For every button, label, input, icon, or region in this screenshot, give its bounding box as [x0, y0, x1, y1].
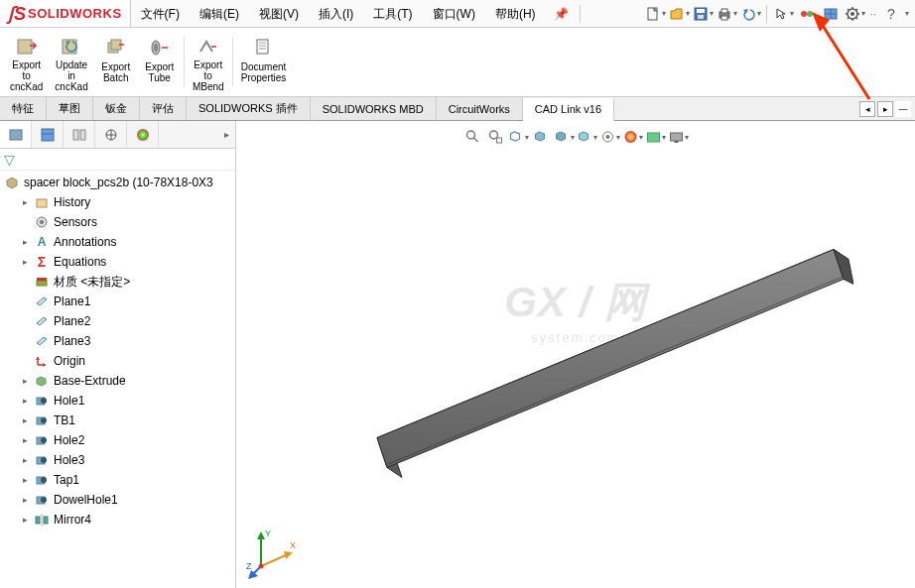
tab-sketch[interactable]: 草图	[47, 97, 93, 120]
expand-icon[interactable]: ▸	[20, 372, 30, 390]
expand-icon[interactable]: ▸	[20, 253, 30, 271]
document-properties-button[interactable]: DocumentProperties	[235, 34, 293, 90]
edit-appearance-icon[interactable]: ▾	[623, 127, 643, 147]
tab-evaluate[interactable]: 评估	[140, 97, 187, 120]
export-tube-button[interactable]: ExportTube	[138, 34, 182, 90]
svg-rect-5	[721, 9, 727, 13]
panel-tab-dimxpert[interactable]	[95, 121, 127, 148]
panel-tab-more[interactable]: ▸	[161, 121, 235, 148]
export-batch-button[interactable]: ExportBatch	[94, 34, 138, 90]
menu-edit[interactable]: 编辑(E)	[190, 0, 249, 28]
tree-item-plane1[interactable]: Plane1	[0, 292, 235, 311]
expand-icon[interactable]: ▸	[20, 193, 30, 211]
menu-view[interactable]: 视图(V)	[249, 0, 309, 28]
panel-tab-display[interactable]	[127, 121, 159, 148]
tree-item-hole1[interactable]: ▸Hole1	[0, 391, 235, 411]
menu-tools[interactable]: 工具(T)	[363, 0, 422, 28]
panel-tab-feature-tree[interactable]	[0, 121, 32, 148]
expand-icon[interactable]: ▸	[20, 233, 30, 251]
tree-item-mirror4[interactable]: ▸Mirror4	[0, 510, 235, 529]
tab-nav: ◂ ▸ —	[859, 101, 915, 117]
svg-rect-62	[675, 141, 679, 143]
tab-sw-mbd[interactable]: SOLIDWORKS MBD	[311, 97, 437, 120]
menu-file[interactable]: 文件(F)	[131, 0, 190, 28]
export-mbend-icon	[196, 36, 220, 58]
section-view-icon[interactable]	[532, 127, 552, 147]
help-button[interactable]: ?	[880, 3, 902, 25]
expand-icon[interactable]: ▸	[20, 392, 30, 410]
menu-insert[interactable]: 插入(I)	[309, 0, 363, 28]
tree-item-tap1[interactable]: ▸Tap1	[0, 470, 235, 490]
feature-manager-panel: ▸ ▽ spacer block_pcs2b (10-78X18-0X3 ▸Hi…	[0, 121, 236, 588]
apply-scene-icon[interactable]: ▾	[646, 127, 666, 147]
pin-icon[interactable]: 📌	[546, 7, 577, 21]
tree-item-plane2[interactable]: Plane2	[0, 311, 235, 331]
view-orientation-icon[interactable]: ▾	[555, 127, 575, 147]
expand-icon[interactable]: ▸	[20, 471, 30, 489]
tree-item-hole3[interactable]: ▸Hole3	[0, 450, 235, 470]
filter-icon[interactable]: ▽	[4, 152, 15, 168]
tab-prev-button[interactable]: ◂	[859, 101, 875, 117]
select-button[interactable]: ▾	[772, 3, 794, 25]
tree-item-hole2[interactable]: ▸Hole2	[0, 430, 235, 450]
panel-tab-property[interactable]	[32, 121, 64, 148]
tree-item-annotations[interactable]: ▸AAnnotations	[0, 232, 235, 252]
logo-text: SOLIDWORKS	[28, 6, 122, 21]
tab-features[interactable]: 特征	[0, 97, 47, 120]
undo-button[interactable]: ▾	[739, 3, 761, 25]
expand-icon[interactable]: ▸	[20, 491, 30, 509]
app-logo: ʃS SOLIDWORKS	[0, 0, 131, 27]
hole-icon	[34, 472, 50, 488]
tree-item-sensors[interactable]: Sensors	[0, 212, 235, 232]
plane-icon	[34, 333, 50, 349]
tree-item-plane3[interactable]: Plane3	[0, 331, 235, 351]
tree-item-equations[interactable]: ▸ΣEquations	[0, 252, 235, 272]
tree-item-material[interactable]: 材质 <未指定>	[0, 272, 235, 292]
tab-circuitworks[interactable]: CircuitWorks	[437, 97, 523, 120]
tree-item-dowelhole1[interactable]: ▸DowelHole1	[0, 490, 235, 510]
zoom-fit-icon[interactable]	[463, 127, 483, 147]
sensors-icon	[34, 214, 50, 230]
tab-next-button[interactable]: ▸	[877, 101, 893, 117]
tree-item-base-extrude[interactable]: ▸Base-Extrude	[0, 371, 235, 391]
menu-window[interactable]: 窗口(W)	[423, 0, 485, 28]
update-in-cnckad-button[interactable]: UpdateincncKad	[49, 34, 93, 90]
graphics-viewport[interactable]: ▾ ▾ ▾ ▾ ▾ ▾ ▾ GX / 网 system.com	[236, 121, 915, 588]
view-settings-icon[interactable]: ▾	[669, 127, 689, 147]
print-button[interactable]: ▾	[716, 3, 737, 25]
tab-sheetmetal[interactable]: 钣金	[93, 97, 140, 120]
export-to-mbend-button[interactable]: ExporttoMBend	[187, 34, 230, 90]
menu-help[interactable]: 帮助(H)	[485, 0, 546, 28]
svg-point-53	[467, 131, 475, 139]
tree-root[interactable]: spacer block_pcs2b (10-78X18-0X3	[0, 173, 235, 192]
open-button[interactable]: ▾	[668, 3, 690, 25]
tab-cadlink[interactable]: CAD Link v16	[523, 98, 614, 121]
save-button[interactable]: ▾	[692, 3, 714, 25]
tree-item-history[interactable]: ▸History	[0, 192, 235, 212]
panel-tab-config[interactable]	[64, 121, 95, 148]
options-button[interactable]: ▾	[844, 3, 865, 25]
expand-icon[interactable]: ▸	[20, 412, 30, 429]
coordinate-triad[interactable]: Y X Z	[246, 527, 296, 576]
expand-icon[interactable]: ▸	[20, 431, 30, 449]
heads-up-toolbar: ▾ ▾ ▾ ▾ ▾ ▾ ▾	[463, 127, 689, 147]
tree-item-origin[interactable]: Origin	[0, 351, 235, 371]
tab-min-button[interactable]: —	[895, 101, 911, 117]
export-tube-icon	[148, 36, 172, 59]
prev-view-icon[interactable]: ▾	[509, 127, 529, 147]
zoom-area-icon[interactable]	[486, 127, 506, 147]
hide-show-icon[interactable]: ▾	[600, 127, 620, 147]
part-model[interactable]	[298, 224, 853, 485]
svg-text:X: X	[290, 540, 296, 550]
svg-rect-61	[671, 133, 683, 141]
tab-sw-addins[interactable]: SOLIDWORKS 插件	[187, 97, 311, 120]
new-button[interactable]: ▾	[644, 3, 666, 25]
export-to-cnckad-button[interactable]: ExporttocncKad	[4, 34, 49, 90]
svg-point-13	[850, 12, 854, 16]
expand-icon[interactable]: ▸	[20, 511, 30, 529]
tree-item-tb1[interactable]: ▸TB1	[0, 411, 235, 430]
view-orientation-button[interactable]	[820, 3, 842, 25]
rebuild-button[interactable]	[796, 3, 818, 25]
expand-icon[interactable]: ▸	[20, 451, 30, 469]
display-style-icon[interactable]: ▾	[578, 127, 597, 147]
